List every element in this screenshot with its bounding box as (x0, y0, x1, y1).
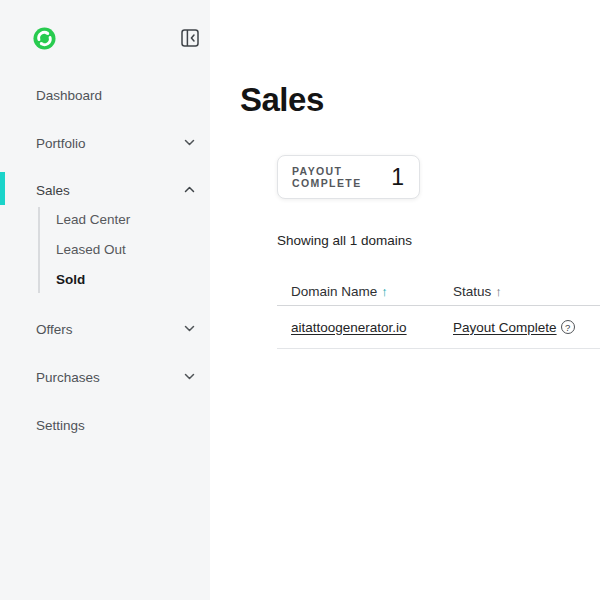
sidebar-item-purchases[interactable]: Purchases (0, 366, 210, 388)
sidebar-subitem-lead-center[interactable]: Lead Center (56, 209, 130, 229)
column-header-label: Status (453, 284, 491, 299)
sidebar-item-portfolio[interactable]: Portfolio (0, 132, 210, 154)
sidebar-subitem-sold[interactable]: Sold (56, 269, 85, 289)
sidebar-item-label: Settings (36, 418, 85, 433)
app-logo[interactable] (33, 27, 56, 50)
sidebar-item-sales[interactable]: Sales (0, 179, 210, 201)
submenu-indent-line (38, 207, 40, 293)
sidebar-subitem-label: Leased Out (56, 242, 126, 257)
sidebar-item-dashboard[interactable]: Dashboard (0, 84, 210, 106)
sidebar-collapse-button[interactable] (181, 29, 199, 47)
sort-ascending-icon: ↑ (495, 284, 502, 299)
column-header-status[interactable]: Status ↑ (453, 284, 600, 299)
results-summary: Showing all 1 domains (277, 233, 412, 248)
column-header-domain-name[interactable]: Domain Name ↑ (277, 284, 453, 299)
chevron-up-icon (183, 183, 196, 199)
sidebar-subitem-label: Sold (56, 272, 85, 287)
filter-card-count: 1 (391, 164, 404, 191)
help-icon[interactable]: ? (561, 320, 575, 334)
table-row: aitattoogenerator.io Payout Complete ? (277, 306, 600, 349)
sidebar-item-label: Dashboard (36, 88, 102, 103)
table-header-row: Domain Name ↑ Status ↑ (277, 278, 600, 306)
payout-complete-filter-card[interactable]: PAYOUT COMPLETE 1 (277, 155, 420, 199)
collapse-sidebar-icon (181, 35, 199, 50)
sidebar-subitem-leased-out[interactable]: Leased Out (56, 239, 126, 259)
logo-icon (33, 38, 56, 53)
chevron-down-icon (183, 322, 196, 338)
sidebar-item-label: Sales (36, 183, 70, 198)
sidebar: Dashboard Portfolio Sales Lead Center Le… (0, 0, 210, 600)
column-header-label: Domain Name (291, 284, 377, 299)
sidebar-subitem-label: Lead Center (56, 212, 130, 227)
sidebar-item-label: Portfolio (36, 136, 86, 151)
main-content: Sales PAYOUT COMPLETE 1 Showing all 1 do… (210, 0, 600, 600)
domain-link[interactable]: aitattoogenerator.io (291, 320, 407, 335)
sort-ascending-icon: ↑ (381, 284, 388, 299)
filter-card-label: PAYOUT COMPLETE (292, 165, 391, 189)
domains-table: Domain Name ↑ Status ↑ aitattoogenerator… (277, 278, 600, 349)
sidebar-item-label: Offers (36, 322, 73, 337)
sidebar-item-label: Purchases (36, 370, 100, 385)
status-link[interactable]: Payout Complete (453, 320, 557, 335)
sidebar-item-offers[interactable]: Offers (0, 318, 210, 340)
chevron-down-icon (183, 370, 196, 386)
sidebar-item-settings[interactable]: Settings (0, 414, 210, 436)
page-title: Sales (240, 82, 324, 118)
chevron-down-icon (183, 136, 196, 152)
